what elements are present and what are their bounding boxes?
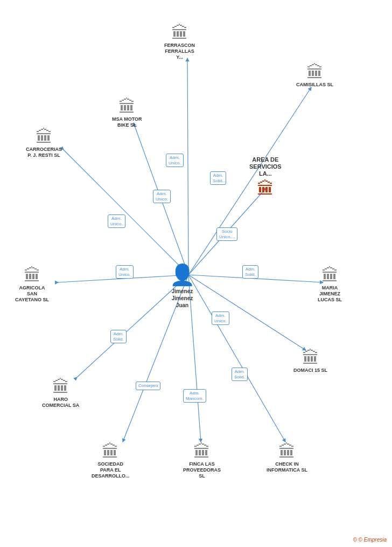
node-label: SOCIEDADPARA ELDESARROLLO... [92,461,130,479]
badge-consejero[interactable]: Consejero [136,382,160,390]
building-icon: 🏛 [118,98,136,115]
node-label: CAMISILLAS SL [296,82,333,88]
svg-line-0 [187,58,188,275]
node-carrocerias[interactable]: 🏛 CARROCERIASP. J. RESTI SL [26,128,62,158]
badge-adm-solid-2[interactable]: Adm.Solid. [242,265,258,279]
node-msa-motor[interactable]: 🏛 MSA MOTORBIKE SL [112,98,142,128]
badge-adm-solid-1[interactable]: Adm.Solid. [210,171,226,185]
copyright-text: © Empresia [359,537,387,543]
node-ferrascon[interactable]: 🏛 FERRASCONFERRALLASY... [164,24,195,60]
graph-container: 👤 JimenezJimenezJuan 🏛 FERRASCONFERRALLA… [0,0,392,547]
building-icon-red: 🏛 [257,180,274,197]
badge-adm-unico-5[interactable]: Adm.Unico. [212,311,229,325]
node-label: MSA MOTORBIKE SL [112,116,142,128]
building-icon: 🏛 [278,443,296,460]
node-haro[interactable]: 🏛 HAROCOMERCIAL SA [42,378,79,408]
building-icon: 🏛 [36,128,53,146]
node-label: CARROCERIASP. J. RESTI SL [26,147,62,158]
node-label: FERRASCONFERRALLASY... [164,43,195,60]
node-finca-las[interactable]: 🏛 FINCA LASPROVEEDORAS SL [180,443,223,479]
center-label: JimenezJimenezJuan [172,288,193,309]
building-icon: 🏛 [24,267,41,284]
node-label: CHECK ININFORMATICA SL [267,461,307,473]
badge-adm-solid-3[interactable]: Adm.Solid. [110,330,127,343]
node-label: FINCA LASPROVEEDORAS SL [180,461,223,479]
node-sociedad[interactable]: 🏛 SOCIEDADPARA ELDESARROLLO... [92,443,130,479]
badge-adm-solid-4[interactable]: Adm.Solid. [232,368,248,381]
building-icon: 🏛 [171,24,188,41]
area-servicios-title: AREA DESERVICIOSLA... [249,156,282,178]
badge-adm-unico-3[interactable]: Adm.Unico. [108,214,125,228]
svg-line-7 [188,275,306,350]
badge-adm-unico-4[interactable]: Adm.Unico. [116,265,134,279]
svg-line-3 [64,150,188,275]
badge-adm-mancom[interactable]: Adm.Mancom. [183,389,206,403]
node-area-servicios[interactable]: AREA DESERVICIOSLA... 🏛 [249,156,282,197]
badge-adm-unico-1[interactable]: Adm.Unico. [166,154,184,167]
node-maria-jimenez[interactable]: 🏛 MARIAJIMENEZLUCAS SL [318,267,342,302]
building-icon: 🏛 [193,443,211,460]
node-label: MARIAJIMENEZLUCAS SL [318,285,342,302]
copyright: © © Empresia [353,537,387,543]
badge-socio-unico[interactable]: SocioÚnico.... [216,227,237,241]
center-node[interactable]: 👤 JimenezJimenezJuan [170,263,195,309]
node-domaci[interactable]: 🏛 DOMACI 15 SL [293,349,327,373]
badge-adm-unico-2[interactable]: Adm.Unico. [153,190,171,203]
building-icon: 🏛 [306,64,324,81]
node-check-in[interactable]: 🏛 CHECK ININFORMATICA SL [267,443,307,473]
building-icon: 🏛 [102,443,119,460]
node-label: HAROCOMERCIAL SA [42,397,79,408]
svg-line-11 [188,275,285,442]
node-label: DOMACI 15 SL [293,368,327,373]
building-icon: 🏛 [302,349,319,366]
copyright-symbol: © [353,537,356,543]
building-icon: 🏛 [52,378,69,396]
node-camisillas[interactable]: 🏛 CAMISILLAS SL [296,64,333,88]
node-agricola[interactable]: 🏛 AGRICOLASANCAYETANO SL [15,267,49,302]
node-label: AGRICOLASANCAYETANO SL [15,285,49,302]
building-icon: 🏛 [321,267,339,284]
person-icon: 👤 [170,263,195,287]
